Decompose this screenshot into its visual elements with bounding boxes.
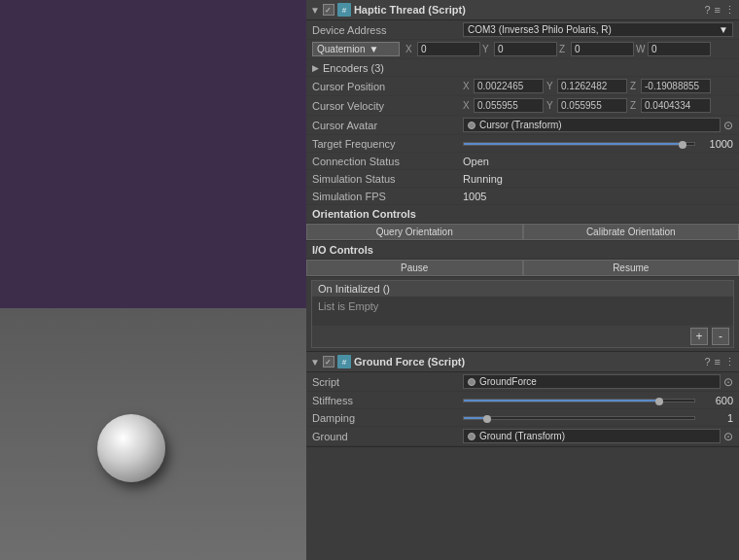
simulation-status-value: Running: [463, 173, 733, 185]
cp-z-label: Z: [630, 81, 638, 91]
check-icon: ✓: [325, 6, 332, 15]
quaternion-label: Quaternion: [317, 44, 365, 54]
target-frequency-label: Target Frequency: [312, 138, 463, 150]
collapse-arrow-icon[interactable]: ▼: [310, 5, 320, 16]
gf-collapse-arrow-icon[interactable]: ▼: [310, 357, 320, 368]
component-header-icons: ? ≡ ⋮: [704, 4, 735, 17]
target-frequency-thumb[interactable]: [679, 141, 686, 149]
help-icon[interactable]: ?: [704, 4, 710, 16]
simulation-fps-value: 1005: [463, 191, 733, 202]
z-label: Z: [559, 44, 569, 54]
target-frequency-track[interactable]: [463, 142, 695, 146]
ground-circle-icon: [468, 433, 475, 440]
gf-script-label: Script: [312, 376, 463, 388]
io-controls-header: I/O Controls: [306, 241, 739, 260]
ground-force-component-title: Ground Force (Script): [354, 356, 702, 368]
cursor-avatar-label: Cursor Avatar: [312, 120, 463, 131]
quaternion-y-input[interactable]: [494, 42, 557, 56]
resume-button[interactable]: Resume: [523, 260, 740, 276]
ground-force-component: ▼ ✓ # Ground Force (Script) ? ≡ ⋮ Script…: [306, 352, 739, 447]
cursor-avatar-field[interactable]: Cursor (Transform): [463, 118, 721, 132]
cursor-avatar-settings-icon[interactable]: ⊙: [723, 119, 733, 132]
inspector-panel: ▼ ✓ # Haptic Thread (Script) ? ≡ ⋮ Devic…: [306, 0, 739, 560]
orientation-controls-header: Orientation Controls: [306, 205, 739, 224]
event-title: On Initialized (): [318, 283, 390, 295]
connection-status-label: Connection Status: [312, 156, 463, 167]
y-label: Y: [482, 44, 492, 54]
x-label: X: [405, 44, 415, 54]
gf-help-icon[interactable]: ?: [704, 356, 710, 368]
damping-row: Damping 1: [306, 409, 739, 427]
stiffness-label: Stiffness: [312, 395, 463, 406]
io-controls-btn-row: Pause Resume: [306, 260, 739, 277]
quaternion-arrow-icon: ▼: [369, 44, 378, 54]
device-address-label: Device Address: [312, 24, 463, 36]
target-frequency-value: 1000: [699, 138, 733, 150]
cursor-position-z[interactable]: [641, 79, 711, 93]
target-frequency-row: Target Frequency 1000: [306, 135, 739, 153]
damping-track[interactable]: [463, 416, 695, 420]
stiffness-value: 600: [699, 395, 733, 406]
cursor-velocity-x[interactable]: [474, 98, 544, 113]
quaternion-x-input[interactable]: [417, 42, 480, 56]
simulation-fps-row: Simulation FPS 1005: [306, 188, 739, 205]
device-address-row: Device Address COM3 (Inverse3 Philo Pola…: [306, 20, 739, 40]
simulation-fps-label: Simulation FPS: [312, 191, 463, 202]
cursor-velocity-z[interactable]: [641, 98, 711, 113]
quaternion-z-input[interactable]: [571, 42, 634, 56]
gf-script-value: GroundForce: [479, 376, 537, 387]
ground-field[interactable]: Ground (Transform): [463, 429, 721, 443]
gf-settings-icon[interactable]: ≡: [715, 356, 721, 368]
gf-more-options-icon[interactable]: ⋮: [724, 356, 735, 368]
damping-slider-container: 1: [463, 412, 733, 424]
gf-script-circle-icon: [468, 378, 475, 386]
damping-label: Damping: [312, 412, 463, 424]
haptic-component-title: Haptic Thread (Script): [354, 4, 702, 16]
haptic-component-header: ▼ ✓ # Haptic Thread (Script) ? ≡ ⋮: [306, 0, 739, 20]
target-frequency-fill: [464, 143, 683, 145]
gf-script-row: Script GroundForce ⊙: [306, 372, 739, 392]
sphere-object: [97, 414, 165, 482]
cursor-avatar-value-container: Cursor (Transform) ⊙: [463, 118, 733, 132]
cursor-position-y[interactable]: [557, 79, 627, 93]
damping-thumb[interactable]: [483, 415, 491, 423]
gf-script-settings-icon[interactable]: ⊙: [723, 375, 733, 389]
event-header: On Initialized (): [312, 281, 733, 297]
stiffness-track[interactable]: [463, 399, 695, 402]
viewport: [0, 0, 306, 560]
cp-x-label: X: [463, 81, 471, 91]
encoders-label: Encoders (3): [323, 62, 384, 74]
more-options-icon[interactable]: ⋮: [724, 4, 735, 17]
stiffness-fill: [464, 400, 659, 402]
stiffness-slider-container: 600: [463, 395, 733, 406]
pause-button[interactable]: Pause: [306, 260, 523, 276]
gf-script-field[interactable]: GroundForce: [463, 374, 721, 389]
quaternion-w-input[interactable]: [648, 42, 711, 56]
settings-icon[interactable]: ≡: [715, 4, 721, 16]
cursor-position-label: Cursor Position: [312, 81, 463, 92]
haptic-thread-component: ▼ ✓ # Haptic Thread (Script) ? ≡ ⋮ Devic…: [306, 0, 739, 352]
ground-settings-icon[interactable]: ⊙: [723, 430, 733, 443]
cursor-velocity-y[interactable]: [557, 98, 627, 113]
device-address-dropdown[interactable]: COM3 (Inverse3 Philo Polaris, R) ▼: [463, 22, 733, 37]
cursor-position-x[interactable]: [474, 79, 544, 93]
gf-script-icon: #: [337, 355, 351, 368]
component-enabled-checkbox[interactable]: ✓: [323, 4, 334, 16]
quaternion-dropdown[interactable]: Quaternion ▼: [312, 42, 400, 56]
cv-z-label: Z: [630, 100, 638, 111]
cv-x-label: X: [463, 100, 471, 111]
calibrate-orientation-button[interactable]: Calibrate Orientation: [523, 224, 740, 240]
cursor-velocity-values: X Y Z: [463, 98, 733, 113]
query-orientation-button[interactable]: Query Orientation: [306, 224, 523, 240]
damping-value: 1: [699, 412, 733, 424]
remove-event-button[interactable]: -: [712, 328, 729, 345]
on-initialized-event: On Initialized () List is Empty + -: [311, 280, 734, 348]
add-event-button[interactable]: +: [690, 328, 708, 345]
cursor-velocity-row: Cursor Velocity X Y Z: [306, 96, 739, 116]
connection-status-row: Connection Status Open: [306, 153, 739, 170]
cp-y-label: Y: [546, 81, 554, 91]
stiffness-thumb[interactable]: [655, 398, 663, 405]
gf-component-enabled-checkbox[interactable]: ✓: [323, 356, 334, 368]
encoders-arrow-icon[interactable]: ▶: [312, 63, 319, 73]
cursor-avatar-row: Cursor Avatar Cursor (Transform) ⊙: [306, 116, 739, 135]
